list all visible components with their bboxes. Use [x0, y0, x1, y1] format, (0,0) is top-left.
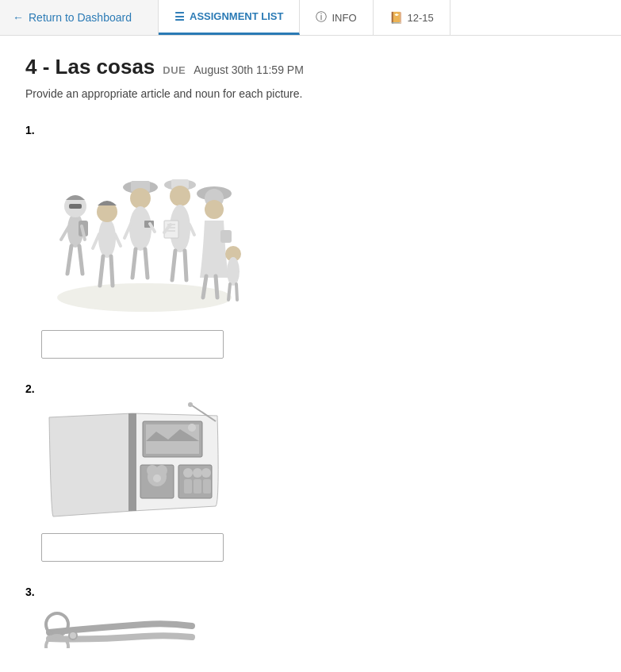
tab-pages[interactable]: 📔 12-15: [374, 0, 450, 35]
svg-point-38: [205, 200, 224, 219]
svg-point-58: [201, 468, 211, 478]
top-navigation: ← Return to Dashboard ☰ ASSIGNMENT LIST …: [0, 0, 621, 36]
svg-point-53: [156, 465, 167, 476]
question-1-number: 1.: [25, 124, 596, 136]
svg-point-18: [129, 206, 151, 251]
question-1: 1.: [25, 124, 596, 359]
svg-line-13: [93, 234, 99, 248]
info-label: INFO: [332, 12, 356, 24]
svg-point-54: [153, 474, 161, 482]
svg-rect-3: [69, 204, 82, 209]
svg-rect-60: [194, 479, 201, 493]
svg-line-21: [145, 249, 148, 278]
people-illustration: [41, 143, 247, 317]
question-3-number: 3.: [25, 586, 596, 598]
svg-line-32: [172, 251, 175, 280]
svg-line-20: [132, 249, 136, 278]
svg-line-6: [79, 246, 82, 274]
main-content: 4 - Las cosas DUE August 30th 11:59 PM P…: [0, 36, 621, 672]
svg-point-17: [130, 188, 151, 209]
svg-line-42: [228, 284, 230, 300]
scissors-illustration: [41, 605, 216, 648]
svg-line-12: [111, 256, 113, 286]
question-1-input[interactable]: [41, 330, 224, 359]
due-date: August 30th 11:59 PM: [194, 63, 304, 76]
list-icon: ☰: [174, 10, 185, 23]
svg-line-43: [236, 284, 237, 300]
svg-rect-46: [128, 413, 136, 511]
due-label: DUE: [163, 64, 186, 76]
return-to-dashboard-link[interactable]: ← Return to Dashboard: [0, 0, 159, 35]
svg-point-63: [188, 402, 193, 407]
svg-line-5: [67, 246, 71, 274]
back-arrow-icon: ←: [13, 11, 24, 24]
album-illustration: [41, 401, 224, 520]
assignment-header: 4 - Las cosas DUE August 30th 11:59 PM: [25, 55, 596, 79]
svg-rect-39: [220, 230, 232, 243]
assignment-list-label: ASSIGNMENT LIST: [190, 10, 283, 22]
svg-point-49: [188, 424, 196, 432]
svg-point-52: [147, 465, 158, 476]
return-label: Return to Dashboard: [29, 11, 132, 24]
assignment-title: 4 - Las cosas: [25, 55, 155, 79]
svg-point-9: [98, 218, 116, 258]
svg-rect-59: [184, 479, 192, 493]
assignment-instructions: Provide an appropriate article and noun …: [25, 87, 596, 100]
svg-point-26: [170, 186, 190, 206]
question-1-image: [41, 143, 596, 317]
question-2-image: [41, 401, 596, 520]
tab-assignment-list[interactable]: ☰ ASSIGNMENT LIST: [159, 0, 300, 35]
svg-line-33: [185, 251, 186, 280]
svg-point-41: [227, 257, 240, 286]
question-3: 3.: [25, 586, 596, 648]
book-icon: 📔: [389, 11, 403, 24]
svg-line-45: [216, 276, 217, 298]
svg-line-11: [100, 256, 103, 286]
svg-line-14: [115, 234, 121, 246]
svg-rect-61: [203, 479, 211, 493]
svg-point-57: [193, 468, 202, 478]
question-3-image: [41, 605, 596, 648]
question-2-input[interactable]: [41, 533, 224, 562]
svg-point-56: [183, 468, 193, 478]
question-2: 2.: [25, 382, 596, 562]
svg-point-66: [69, 632, 77, 639]
pages-label: 12-15: [408, 12, 434, 24]
question-2-number: 2.: [25, 382, 596, 395]
tab-info[interactable]: ⓘ INFO: [300, 0, 373, 35]
svg-line-35: [190, 225, 194, 235]
info-icon: ⓘ: [316, 10, 327, 25]
